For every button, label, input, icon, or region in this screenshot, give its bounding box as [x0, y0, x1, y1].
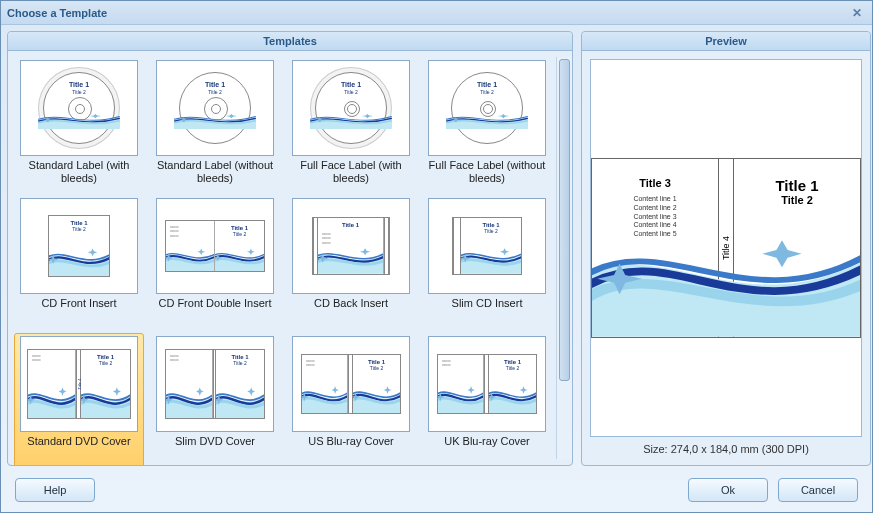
template-thumb: ══════ Title 1 Title 2 — [428, 336, 546, 432]
templates-grid: Title 1 Title 2 Standard Label (with ble… — [14, 57, 552, 459]
template-thumb: Title 1 Title 2 — [428, 60, 546, 156]
template-thumb: Title 1 Title 2 — [20, 60, 138, 156]
template-thumb: Title 1 Title 2 — [428, 198, 546, 294]
templates-scroll: Title 1 Title 2 Standard Label (with ble… — [8, 51, 572, 465]
template-label: Standard DVD Cover — [27, 435, 130, 463]
templates-scrollbar[interactable] — [556, 57, 572, 459]
templates-panel: Templates Title 1 Title 2 Standard Label… — [7, 31, 573, 466]
template-standard-label-bleeds[interactable]: Title 1 Title 2 Standard Label (with ble… — [14, 57, 144, 193]
preview-title3: Title 3 — [592, 177, 718, 189]
template-thumb: Title 1 Title 2 — [20, 198, 138, 294]
dialog-window: Choose a Template ✕ Templates Title 1 Ti… — [0, 0, 873, 513]
template-label: Slim DVD Cover — [175, 435, 255, 463]
template-cd-front-insert[interactable]: Title 1 Title 2 CD Front Insert — [14, 195, 144, 331]
template-label: Full Face Label (with bleeds) — [289, 159, 413, 187]
close-icon[interactable]: ✕ — [848, 5, 866, 21]
template-standard-dvd-cover[interactable]: ══════ Title 4 Title 1 Title 2 — [14, 333, 144, 465]
preview-cover: Title 3 Content line 1 Content line 2 Co… — [591, 158, 861, 338]
preview-title1: Title 1 — [734, 177, 860, 194]
template-thumb: ══════ Title 1 Title 2 — [156, 336, 274, 432]
preview-panel: Preview Title 3 Content line 1 Content l… — [581, 31, 871, 466]
preview-title2: Title 2 — [734, 194, 860, 206]
template-cd-back-insert[interactable]: Title 1 ═════════ CD Back Insert — [286, 195, 416, 331]
template-label: Standard Label (without bleeds) — [153, 159, 277, 187]
template-thumb: ═════════ Title 1 Title 2 — [156, 198, 274, 294]
window-title: Choose a Template — [7, 7, 848, 19]
template-label: CD Front Double Insert — [158, 297, 271, 325]
template-thumb: Title 1 Title 2 — [156, 60, 274, 156]
template-label: Full Face Label (without bleeds) — [425, 159, 549, 187]
preview-body: Title 3 Content line 1 Content line 2 Co… — [582, 51, 870, 465]
template-thumb: ══════ Title 1 Title 2 — [292, 336, 410, 432]
help-button[interactable]: Help — [15, 478, 95, 502]
template-label: US Blu-ray Cover — [308, 435, 394, 463]
preview-size-text: Size: 274,0 x 184,0 mm (300 DPI) — [590, 437, 862, 457]
preview-canvas: Title 3 Content line 1 Content line 2 Co… — [590, 59, 862, 437]
template-label: CD Front Insert — [41, 297, 116, 325]
template-thumb: ══════ Title 4 Title 1 Title 2 — [20, 336, 138, 432]
preview-header: Preview — [582, 32, 870, 51]
titlebar: Choose a Template ✕ — [1, 1, 872, 25]
cancel-button[interactable]: Cancel — [778, 478, 858, 502]
template-cd-front-double[interactable]: ═════════ Title 1 Title 2 CD Front — [150, 195, 280, 331]
template-thumb: Title 1 Title 2 — [292, 60, 410, 156]
template-label: Slim CD Insert — [452, 297, 523, 325]
templates-header: Templates — [8, 32, 572, 51]
template-label: CD Back Insert — [314, 297, 388, 325]
template-full-face-bleeds[interactable]: Title 1 Title 2 Full Face Label (with bl… — [286, 57, 416, 193]
template-uk-bluray-cover[interactable]: ══════ Title 1 Title 2 — [422, 333, 552, 465]
template-slim-dvd-cover[interactable]: ══════ Title 1 Title 2 — [150, 333, 280, 465]
ok-button[interactable]: Ok — [688, 478, 768, 502]
template-label: UK Blu-ray Cover — [444, 435, 530, 463]
button-bar: Help Ok Cancel — [1, 472, 872, 512]
content-area: Templates Title 1 Title 2 Standard Label… — [1, 25, 872, 472]
template-label: Standard Label (with bleeds) — [17, 159, 141, 187]
template-us-bluray-cover[interactable]: ══════ Title 1 Title 2 — [286, 333, 416, 465]
template-slim-cd-insert[interactable]: Title 1 Title 2 Slim CD Insert — [422, 195, 552, 331]
template-thumb: Title 1 ═════════ — [292, 198, 410, 294]
template-full-face-no-bleeds[interactable]: Title 1 Title 2 Full Face Label (without… — [422, 57, 552, 193]
template-standard-label-no-bleeds[interactable]: Title 1 Title 2 Standard Label (without … — [150, 57, 280, 193]
scrollbar-thumb[interactable] — [559, 59, 570, 381]
